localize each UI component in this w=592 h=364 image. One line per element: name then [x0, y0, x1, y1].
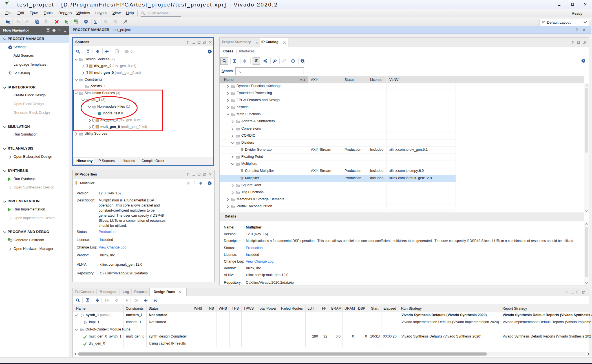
svg-text:?: ?	[187, 172, 189, 176]
svg-text:01: 01	[76, 20, 78, 21]
svg-text:?: ?	[572, 41, 574, 44]
svg-text:?: ?	[187, 41, 189, 44]
svg-text:01: 01	[10, 238, 12, 240]
svg-text:?: ?	[566, 290, 567, 294]
svg-text:10: 10	[76, 22, 78, 23]
svg-text:?: ?	[116, 50, 118, 53]
svg-text:10: 10	[10, 240, 12, 242]
